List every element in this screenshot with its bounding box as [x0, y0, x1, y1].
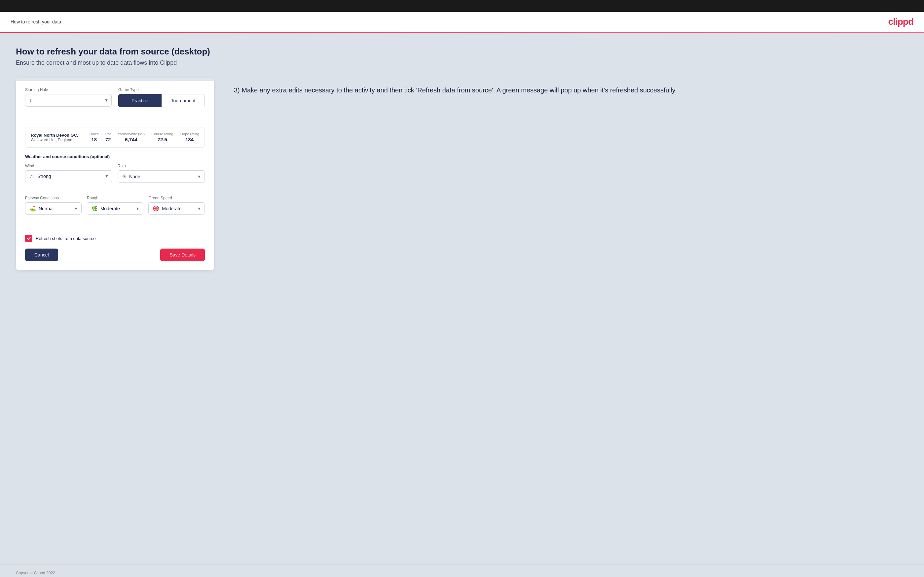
footer-copyright: Copyright Clippd 2022: [16, 571, 55, 575]
starting-hole-label: Starting Hole: [25, 87, 111, 92]
slope-rating-label: Slope rating: [180, 132, 199, 136]
side-description: 3) Make any extra edits necessary to the…: [234, 85, 908, 95]
course-name: Royal North Devon GC,: [31, 133, 83, 138]
rough-section: Rough 🌿 Moderate Light Heavy ▼: [87, 196, 144, 214]
checkmark-icon: [26, 236, 31, 241]
refresh-checkbox-row: Refresh shots from data source: [25, 235, 205, 242]
form-card: Starting Hole 1 10 ▼ Game Type Practice …: [16, 78, 214, 270]
weather-section-title: Weather and course conditions (optional): [25, 154, 205, 159]
footer: Copyright Clippd 2022: [0, 564, 924, 577]
rain-label: Rain: [118, 164, 205, 168]
top-bar: [0, 0, 924, 12]
rain-select-wrapper[interactable]: ☀ None Light Heavy ▼: [118, 170, 205, 182]
fairway-select-wrapper[interactable]: ⛳ Normal Soft Hard ▼: [25, 202, 82, 214]
header: How to refresh your data clippd: [0, 12, 924, 32]
tournament-button[interactable]: Tournament: [162, 94, 205, 107]
wind-select[interactable]: Strong Light None: [37, 174, 108, 179]
page-subtitle: Ensure the correct and most up to date d…: [16, 60, 908, 66]
card-top-strip: [16, 78, 214, 81]
course-info-box: Royal North Devon GC, Westward Ho!, Engl…: [25, 127, 205, 148]
course-rating-label: Course rating: [151, 132, 173, 136]
game-type-label: Game Type: [118, 87, 205, 92]
green-speed-select-wrapper[interactable]: 🎯 Moderate Slow Fast ▼: [148, 202, 205, 214]
green-speed-select[interactable]: Moderate Slow Fast: [162, 206, 200, 211]
wind-icon: 🌬: [29, 173, 35, 179]
course-rating-value: 72.5: [158, 137, 167, 142]
refresh-checkbox-label: Refresh shots from data source: [36, 236, 95, 241]
course-rating-stat: Course rating 72.5: [151, 132, 173, 143]
slope-rating-stat: Slope rating 134: [180, 132, 199, 143]
refresh-checkbox[interactable]: [25, 235, 32, 242]
conditions-row: Fairway Conditions ⛳ Normal Soft Hard ▼ …: [25, 196, 205, 221]
rough-select-wrapper[interactable]: 🌿 Moderate Light Heavy ▼: [87, 202, 144, 214]
page-title: How to refresh your data from source (de…: [16, 47, 908, 57]
game-type-section: Game Type Practice Tournament: [118, 87, 205, 114]
side-text: 3) Make any extra edits necessary to the…: [234, 78, 908, 95]
top-form-row: Starting Hole 1 10 ▼ Game Type Practice …: [25, 87, 205, 121]
save-button[interactable]: Save Details: [160, 248, 205, 261]
rough-label: Rough: [87, 196, 144, 200]
rough-icon: 🌿: [91, 205, 98, 211]
button-row: Cancel Save Details: [25, 248, 205, 261]
wind-label: Wind: [25, 164, 112, 168]
logo: clippd: [888, 16, 913, 27]
practice-button[interactable]: Practice: [118, 94, 162, 107]
green-speed-label: Green Speed: [148, 196, 205, 200]
green-speed-icon: 🎯: [153, 205, 159, 211]
holes-label: Holes: [89, 132, 99, 136]
holes-stat: Holes 18: [89, 132, 99, 143]
rain-icon: ☀: [122, 173, 126, 180]
slope-rating-value: 134: [185, 137, 194, 142]
wind-section: Wind 🌬 Strong Light None ▼: [25, 164, 112, 182]
course-name-block: Royal North Devon GC, Westward Ho!, Engl…: [31, 133, 83, 142]
par-stat: Par 72: [105, 132, 111, 143]
par-value: 72: [105, 137, 111, 142]
fairway-select[interactable]: Normal Soft Hard: [39, 206, 77, 211]
rain-section: Rain ☀ None Light Heavy ▼: [118, 164, 205, 182]
breadcrumb: How to refresh your data: [11, 19, 61, 24]
form-divider: [25, 228, 205, 228]
rain-select[interactable]: None Light Heavy: [129, 174, 200, 179]
fairway-icon: ⛳: [29, 205, 36, 211]
game-type-buttons: Practice Tournament: [118, 94, 205, 107]
starting-hole-section: Starting Hole 1 10 ▼: [25, 87, 111, 114]
yards-value: 6,744: [125, 137, 137, 142]
holes-value: 18: [91, 137, 97, 142]
par-label: Par: [105, 132, 111, 136]
rough-select[interactable]: Moderate Light Heavy: [100, 206, 139, 211]
fairway-label: Fairway Conditions: [25, 196, 82, 200]
wind-select-wrapper[interactable]: 🌬 Strong Light None ▼: [25, 170, 112, 182]
content-row: Starting Hole 1 10 ▼ Game Type Practice …: [16, 78, 908, 270]
wind-rain-row: Wind 🌬 Strong Light None ▼ Rain ☀: [25, 164, 205, 189]
starting-hole-wrapper: 1 10 ▼: [25, 94, 111, 106]
cancel-button[interactable]: Cancel: [25, 248, 58, 261]
course-location: Westward Ho!, England: [31, 138, 83, 142]
starting-hole-select[interactable]: 1 10: [25, 94, 111, 106]
green-speed-section: Green Speed 🎯 Moderate Slow Fast ▼: [148, 196, 205, 214]
main-content: How to refresh your data from source (de…: [0, 33, 924, 564]
fairway-section: Fairway Conditions ⛳ Normal Soft Hard ▼: [25, 196, 82, 214]
yards-stat: Yards/White (M)) 6,744: [118, 132, 145, 143]
yards-label: Yards/White (M)): [118, 132, 145, 136]
